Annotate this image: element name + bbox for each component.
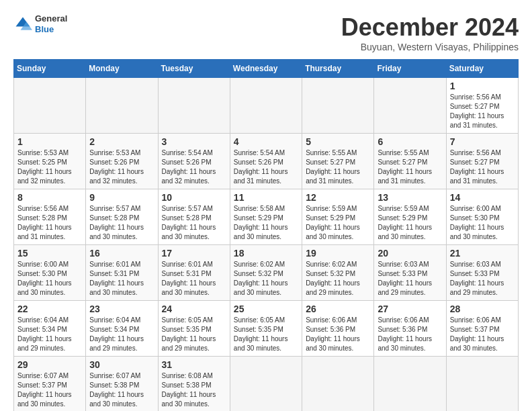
column-header-monday: Monday [86,60,158,78]
day-cell: 7 Sunrise: 5:56 AMSunset: 5:27 PMDayligh… [446,134,518,189]
day-info: Sunrise: 5:56 AMSunset: 5:27 PMDaylight:… [450,149,504,185]
day-cell: 23 Sunrise: 6:04 AMSunset: 5:34 PMDaylig… [86,301,158,357]
logo-general: General [35,13,67,24]
day-cell: 30 Sunrise: 6:07 AMSunset: 5:38 PMDaylig… [86,357,158,412]
day-cell: 22 Sunrise: 6:04 AMSunset: 5:34 PMDaylig… [14,301,86,357]
column-header-wednesday: Wednesday [230,60,302,78]
day-number: 22 [17,304,82,314]
day-cell: 21 Sunrise: 6:03 AMSunset: 5:33 PMDaylig… [446,245,518,301]
day-cell: 14 Sunrise: 6:00 AMSunset: 5:30 PMDaylig… [446,189,518,245]
day-number: 15 [17,248,82,259]
logo: General Blue [13,13,67,34]
day-number: 5 [306,136,370,147]
day-cell [374,78,446,134]
day-number: 25 [234,304,298,314]
day-cell: 25 Sunrise: 6:05 AMSunset: 5:35 PMDaylig… [230,301,302,357]
day-info: Sunrise: 5:55 AMSunset: 5:27 PMDaylight:… [306,149,360,185]
calendar-table: SundayMondayTuesdayWednesdayThursdayFrid… [13,59,519,411]
day-number: 29 [17,359,82,370]
day-number: 3 [162,136,226,147]
day-number: 13 [378,192,442,203]
day-info: Sunrise: 6:04 AMSunset: 5:34 PMDaylight:… [89,316,144,352]
day-number: 28 [450,304,515,314]
day-info: Sunrise: 6:00 AMSunset: 5:30 PMDaylight:… [450,205,504,240]
week-row-6: 29 Sunrise: 6:07 AMSunset: 5:37 PMDaylig… [14,357,519,412]
day-number: 7 [450,136,515,147]
day-info: Sunrise: 6:06 AMSunset: 5:37 PMDaylight:… [450,316,504,352]
day-cell: 11 Sunrise: 5:58 AMSunset: 5:29 PMDaylig… [230,189,302,245]
day-cell: 5 Sunrise: 5:55 AMSunset: 5:27 PMDayligh… [302,134,374,189]
day-cell: 12 Sunrise: 5:59 AMSunset: 5:29 PMDaylig… [302,189,374,245]
day-number: 10 [162,192,226,203]
day-cell: 28 Sunrise: 6:06 AMSunset: 5:37 PMDaylig… [446,301,518,357]
day-info: Sunrise: 5:54 AMSunset: 5:26 PMDaylight:… [162,149,216,185]
logo-blue: Blue [35,24,67,35]
day-number: 16 [89,248,154,259]
column-header-sunday: Sunday [14,60,86,78]
day-info: Sunrise: 6:05 AMSunset: 5:35 PMDaylight:… [162,316,216,352]
header-row: SundayMondayTuesdayWednesdayThursdayFrid… [14,60,519,78]
day-cell [230,357,302,412]
day-info: Sunrise: 5:56 AMSunset: 5:28 PMDaylight:… [17,205,72,240]
day-cell [302,78,374,134]
day-info: Sunrise: 6:03 AMSunset: 5:33 PMDaylight:… [378,261,432,296]
page-header: General Blue December 2024 Buyuan, Weste… [13,13,519,52]
day-number: 19 [306,248,370,259]
day-cell: 16 Sunrise: 6:01 AMSunset: 5:31 PMDaylig… [86,245,158,301]
week-row-4: 15 Sunrise: 6:00 AMSunset: 5:30 PMDaylig… [14,245,519,301]
location: Buyuan, Western Visayas, Philippines [341,42,519,52]
day-number: 17 [162,248,226,259]
day-cell: 3 Sunrise: 5:54 AMSunset: 5:26 PMDayligh… [158,134,230,189]
day-info: Sunrise: 5:57 AMSunset: 5:28 PMDaylight:… [89,205,144,240]
day-info: Sunrise: 6:02 AMSunset: 5:32 PMDaylight:… [306,261,360,296]
day-info: Sunrise: 5:55 AMSunset: 5:27 PMDaylight:… [378,149,432,185]
day-info: Sunrise: 6:06 AMSunset: 5:36 PMDaylight:… [306,316,360,352]
week-row-5: 22 Sunrise: 6:04 AMSunset: 5:34 PMDaylig… [14,301,519,357]
week-row-3: 8 Sunrise: 5:56 AMSunset: 5:28 PMDayligh… [14,189,519,245]
day-info: Sunrise: 5:57 AMSunset: 5:28 PMDaylight:… [162,205,216,240]
day-info: Sunrise: 5:53 AMSunset: 5:25 PMDaylight:… [17,149,72,185]
day-info: Sunrise: 6:00 AMSunset: 5:30 PMDaylight:… [17,261,72,296]
day-cell: 29 Sunrise: 6:07 AMSunset: 5:37 PMDaylig… [14,357,86,412]
month-title: December 2024 [341,13,519,42]
day-info: Sunrise: 5:59 AMSunset: 5:29 PMDaylight:… [306,205,360,240]
day-info: Sunrise: 6:01 AMSunset: 5:31 PMDaylight:… [162,261,216,296]
day-number: 23 [89,304,154,314]
day-info: Sunrise: 5:59 AMSunset: 5:29 PMDaylight:… [378,205,432,240]
day-info: Sunrise: 6:05 AMSunset: 5:35 PMDaylight:… [234,316,288,352]
day-number: 1 [450,81,515,91]
day-info: Sunrise: 6:03 AMSunset: 5:33 PMDaylight:… [450,261,504,296]
day-cell: 27 Sunrise: 6:06 AMSunset: 5:36 PMDaylig… [374,301,446,357]
day-cell: 1 Sunrise: 5:53 AMSunset: 5:25 PMDayligh… [14,134,86,189]
day-cell: 4 Sunrise: 5:54 AMSunset: 5:26 PMDayligh… [230,134,302,189]
day-number: 24 [162,304,226,314]
day-cell: 31 Sunrise: 6:08 AMSunset: 5:38 PMDaylig… [158,357,230,412]
day-info: Sunrise: 6:08 AMSunset: 5:38 PMDaylight:… [162,372,216,408]
day-number: 14 [450,192,515,203]
day-cell: 15 Sunrise: 6:00 AMSunset: 5:30 PMDaylig… [14,245,86,301]
day-cell: 18 Sunrise: 6:02 AMSunset: 5:32 PMDaylig… [230,245,302,301]
day-info: Sunrise: 6:04 AMSunset: 5:34 PMDaylight:… [17,316,72,352]
day-number: 9 [89,192,154,203]
day-cell [86,78,158,134]
column-header-thursday: Thursday [302,60,374,78]
title-area: December 2024 Buyuan, Western Visayas, P… [341,13,519,52]
day-number: 11 [234,192,298,203]
day-number: 21 [450,248,515,259]
day-number: 12 [306,192,370,203]
day-cell: 13 Sunrise: 5:59 AMSunset: 5:29 PMDaylig… [374,189,446,245]
day-info: Sunrise: 6:07 AMSunset: 5:38 PMDaylight:… [89,372,144,408]
day-number: 8 [17,192,82,203]
day-number: 27 [378,304,442,314]
day-cell: 24 Sunrise: 6:05 AMSunset: 5:35 PMDaylig… [158,301,230,357]
day-number: 6 [378,136,442,147]
week-row-2: 1 Sunrise: 5:53 AMSunset: 5:25 PMDayligh… [14,134,519,189]
day-info: Sunrise: 6:06 AMSunset: 5:36 PMDaylight:… [378,316,432,352]
day-cell: 26 Sunrise: 6:06 AMSunset: 5:36 PMDaylig… [302,301,374,357]
column-header-saturday: Saturday [446,60,518,78]
day-number: 30 [89,359,154,370]
day-cell [230,78,302,134]
day-info: Sunrise: 6:02 AMSunset: 5:32 PMDaylight:… [234,261,288,296]
day-number: 20 [378,248,442,259]
day-cell: 8 Sunrise: 5:56 AMSunset: 5:28 PMDayligh… [14,189,86,245]
